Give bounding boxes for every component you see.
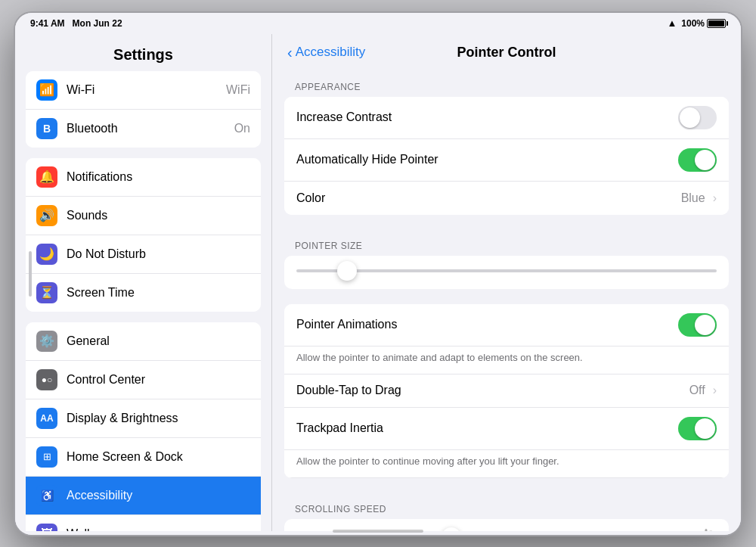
- settings-group-pointer-size: [284, 256, 729, 289]
- toggle-auto-hide[interactable]: [678, 148, 717, 172]
- row-auto-hide[interactable]: Automatically Hide Pointer: [284, 139, 729, 182]
- sidebar-item-screentime[interactable]: ⏳ Screen Time: [26, 274, 261, 312]
- main-content: Settings 📶 Wi-Fi WiFi B Bluetooth On 🔔: [15, 34, 741, 531]
- status-time: 9:41 AM: [30, 18, 65, 29]
- home-bar: [333, 530, 423, 533]
- detail-body: APPEARANCE Increase Contrast Automatical…: [272, 71, 741, 531]
- chevron-right-double-tap-icon: ›: [713, 384, 717, 397]
- sidebar-label-accessibility: Accessibility: [67, 489, 250, 502]
- accessibility-icon: ♿: [36, 485, 57, 506]
- detail-header: ‹ Accessibility Pointer Control: [272, 34, 741, 71]
- back-button[interactable]: ‹ Accessibility: [287, 45, 365, 60]
- sidebar-item-notifications[interactable]: 🔔 Notifications: [26, 158, 261, 197]
- notifications-icon: 🔔: [36, 166, 57, 188]
- toggle-thumb-auto-hide: [695, 150, 715, 170]
- sidebar-item-general[interactable]: ⚙️ General: [26, 322, 261, 361]
- settings-group-pointer-animations: Pointer Animations Allow the pointer to …: [284, 304, 729, 478]
- wifi-status-icon: ▲: [667, 17, 677, 29]
- status-bar-right: ▲ 100%: [667, 17, 726, 29]
- sidebar-value-wifi: WiFi: [226, 83, 250, 97]
- general-icon: ⚙️: [36, 331, 57, 352]
- label-auto-hide: Automatically Hide Pointer: [296, 153, 678, 166]
- sidebar-item-bluetooth[interactable]: B Bluetooth On: [26, 110, 261, 148]
- homescreen-icon: ⊞: [36, 446, 57, 468]
- section-header-scrolling-speed: SCROLLING SPEED: [284, 493, 729, 519]
- value-color: Blue: [681, 191, 705, 205]
- battery-percentage: 100%: [681, 18, 705, 29]
- label-trackpad-inertia: Trackpad Inertia: [296, 421, 678, 435]
- toggle-pointer-animations[interactable]: [678, 313, 717, 337]
- settings-group-appearance: Increase Contrast Automatically Hide Poi…: [284, 97, 729, 215]
- label-double-tap: Double-Tap to Drag: [296, 384, 689, 397]
- toggle-thumb-increase-contrast: [680, 107, 700, 128]
- toggle-thumb-trackpad-inertia: [695, 418, 715, 439]
- side-indicator: [29, 251, 32, 297]
- sidebar-title: Settings: [15, 34, 271, 71]
- pointer-size-slider-track: [296, 269, 717, 272]
- battery-container: 100%: [681, 18, 726, 29]
- value-double-tap: Off: [689, 384, 705, 397]
- toggle-increase-contrast[interactable]: [678, 106, 717, 129]
- label-color: Color: [296, 191, 681, 205]
- pointer-size-slider-container: [284, 256, 729, 289]
- detail-title: Pointer Control: [457, 45, 556, 61]
- row-color[interactable]: Color Blue ›: [284, 182, 729, 215]
- sidebar-group-notifications: 🔔 Notifications 🔊 Sounds 🌙 Do Not Distur…: [26, 158, 261, 312]
- sidebar-item-displaybrightness[interactable]: AA Display & Brightness: [26, 399, 261, 438]
- toggle-thumb-pointer-animations: [695, 315, 715, 335]
- sidebar-label-notifications: Notifications: [67, 170, 250, 184]
- toggle-trackpad-inertia[interactable]: [678, 417, 717, 440]
- donotdisturb-icon: 🌙: [36, 244, 57, 265]
- sidebar-label-displaybrightness: Display & Brightness: [67, 412, 250, 425]
- sidebar-label-general: General: [67, 334, 250, 348]
- sidebar-label-bluetooth: Bluetooth: [67, 122, 234, 135]
- back-label: Accessibility: [296, 45, 366, 60]
- sidebar-item-sounds[interactable]: 🔊 Sounds: [26, 197, 261, 235]
- sidebar-item-wallpaper[interactable]: 🖼 Wallpaper: [26, 515, 261, 531]
- home-indicator: [15, 531, 741, 535]
- sidebar-item-controlcenter[interactable]: ●○ Control Center: [26, 361, 261, 399]
- status-date: Mon Jun 22: [73, 18, 122, 29]
- scrolling-speed-slider-thumb[interactable]: [442, 527, 461, 531]
- detail-panel: ‹ Accessibility Pointer Control APPEARAN…: [272, 34, 741, 531]
- sidebar-label-donotdisturb: Do Not Disturb: [67, 247, 250, 261]
- label-increase-contrast: Increase Contrast: [296, 110, 678, 124]
- status-bar: 9:41 AM Mon Jun 22 ▲ 100%: [15, 13, 741, 34]
- sidebar-label-screentime: Screen Time: [67, 286, 250, 300]
- description-pointer-animations: Allow the pointer to animate and adapt t…: [284, 347, 729, 375]
- bluetooth-icon: B: [36, 118, 57, 139]
- sidebar-item-homescreen[interactable]: ⊞ Home Screen & Dock: [26, 438, 261, 477]
- sidebar: Settings 📶 Wi-Fi WiFi B Bluetooth On 🔔: [15, 34, 272, 531]
- row-trackpad-inertia[interactable]: Trackpad Inertia: [284, 408, 729, 450]
- battery-fill: [708, 20, 724, 26]
- row-double-tap[interactable]: Double-Tap to Drag Off ›: [284, 375, 729, 408]
- screentime-icon: ⏳: [36, 282, 57, 303]
- wifi-icon: 📶: [36, 79, 57, 101]
- wallpaper-icon: 🖼: [36, 524, 57, 531]
- description-trackpad-inertia: Allow the pointer to continue moving aft…: [284, 450, 729, 478]
- chevron-right-color-icon: ›: [713, 191, 717, 205]
- sidebar-item-donotdisturb[interactable]: 🌙 Do Not Disturb: [26, 235, 261, 274]
- battery-icon: [707, 19, 726, 28]
- sidebar-label-sounds: Sounds: [67, 209, 250, 222]
- sidebar-item-accessibility[interactable]: ♿ Accessibility: [26, 477, 261, 515]
- row-pointer-animations[interactable]: Pointer Animations: [284, 304, 729, 347]
- sidebar-value-bluetooth: On: [234, 122, 250, 135]
- sidebar-item-wifi[interactable]: 📶 Wi-Fi WiFi: [26, 71, 261, 110]
- sidebar-label-controlcenter: Control Center: [67, 373, 250, 387]
- back-chevron-icon: ‹: [287, 45, 293, 60]
- section-header-appearance: APPEARANCE: [284, 71, 729, 97]
- sidebar-group-connectivity: 📶 Wi-Fi WiFi B Bluetooth On: [26, 71, 261, 148]
- status-bar-left: 9:41 AM Mon Jun 22: [30, 18, 122, 29]
- pointer-size-slider-thumb[interactable]: [337, 261, 357, 281]
- label-pointer-animations: Pointer Animations: [296, 318, 678, 331]
- sidebar-group-general: ⚙️ General ●○ Control Center AA Display …: [26, 322, 261, 531]
- section-header-pointer-size: POINTER SIZE: [284, 230, 729, 256]
- displaybrightness-icon: AA: [36, 408, 57, 429]
- sounds-icon: 🔊: [36, 205, 57, 226]
- row-increase-contrast[interactable]: Increase Contrast: [284, 97, 729, 139]
- controlcenter-icon: ●○: [36, 369, 57, 390]
- sidebar-label-wifi: Wi-Fi: [67, 83, 226, 97]
- sidebar-label-homescreen: Home Screen & Dock: [67, 450, 250, 464]
